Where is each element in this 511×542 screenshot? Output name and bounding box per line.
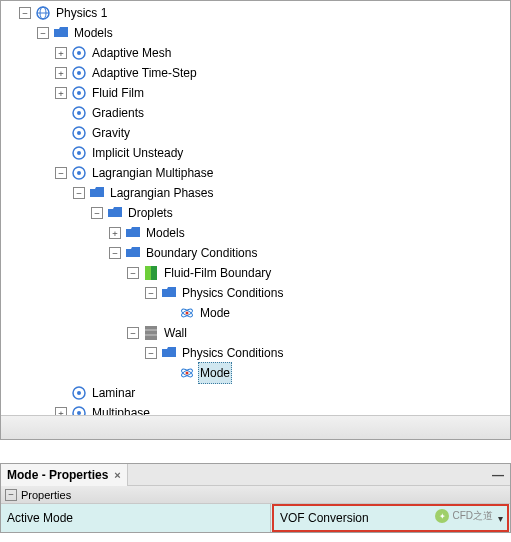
collapse-icon[interactable]: −: [109, 247, 121, 259]
node-label: Gradients: [90, 103, 146, 123]
tree-node-adaptive-timestep[interactable]: + Adaptive Time-Step: [1, 63, 510, 83]
svg-point-6: [77, 71, 81, 75]
collapse-icon[interactable]: −: [5, 489, 17, 501]
property-value-text: VOF Conversion: [280, 511, 369, 525]
tree-panel: − Physics 1 − Models + Adaptive: [0, 0, 511, 440]
svg-point-4: [77, 51, 81, 55]
folder-icon: [53, 25, 69, 41]
svg-point-29: [77, 391, 81, 395]
property-row-active-mode: Active Mode VOF Conversion ▾: [1, 504, 510, 532]
collapse-icon[interactable]: −: [145, 287, 157, 299]
property-key: Active Mode: [1, 504, 271, 532]
chevron-down-icon: ▾: [498, 513, 503, 524]
tree-node-implicit-unsteady[interactable]: · Implicit Unsteady: [1, 143, 510, 163]
svg-point-12: [77, 131, 81, 135]
tab-title: Mode - Properties: [7, 468, 108, 482]
target-icon: [71, 65, 87, 81]
tree-node-boundary-conditions[interactable]: − Boundary Conditions: [1, 243, 510, 263]
close-icon[interactable]: ×: [114, 469, 120, 481]
tree-node-mode-1[interactable]: · Mode: [1, 303, 510, 323]
node-label: Physics 1: [54, 3, 109, 23]
tree-node-wall[interactable]: − Wall: [1, 323, 510, 343]
target-icon: [71, 85, 87, 101]
section-label: Properties: [21, 489, 71, 501]
node-label: Models: [144, 223, 187, 243]
tree-node-droplets[interactable]: − Droplets: [1, 203, 510, 223]
minimize-icon[interactable]: —: [490, 468, 506, 482]
node-label: Fluid-Film Boundary: [162, 263, 273, 283]
collapse-icon[interactable]: −: [37, 27, 49, 39]
collapse-icon[interactable]: −: [55, 167, 67, 179]
node-label: Lagrangian Multiphase: [90, 163, 215, 183]
node-label: Wall: [162, 323, 189, 343]
expand-icon[interactable]: +: [55, 67, 67, 79]
expand-icon[interactable]: +: [109, 227, 121, 239]
node-label: Physics Conditions: [180, 343, 285, 363]
node-label: Lagrangian Phases: [108, 183, 215, 203]
node-label-selected: Mode: [198, 362, 232, 384]
node-label: Droplets: [126, 203, 175, 223]
svg-point-14: [77, 151, 81, 155]
tree-node-gradients[interactable]: · Gradients: [1, 103, 510, 123]
target-icon: [71, 45, 87, 61]
svg-rect-22: [145, 326, 157, 340]
atom-icon: [179, 305, 195, 321]
tree-node-physics-conditions-1[interactable]: − Physics Conditions: [1, 283, 510, 303]
tree-node-lagrangian-multiphase[interactable]: − Lagrangian Multiphase: [1, 163, 510, 183]
node-label: Multiphase: [90, 403, 152, 415]
collapse-icon[interactable]: −: [91, 207, 103, 219]
svg-point-10: [77, 111, 81, 115]
tree: − Physics 1 − Models + Adaptive: [1, 1, 510, 415]
folder-icon: [125, 225, 141, 241]
property-value-dropdown[interactable]: VOF Conversion ▾: [272, 504, 509, 532]
svg-rect-17: [145, 266, 151, 280]
expand-icon[interactable]: +: [55, 407, 67, 415]
collapse-icon[interactable]: −: [19, 7, 31, 19]
tree-node-fluid-film[interactable]: + Fluid Film: [1, 83, 510, 103]
tree-node-adaptive-mesh[interactable]: + Adaptive Mesh: [1, 43, 510, 63]
tree-node-droplets-models[interactable]: + Models: [1, 223, 510, 243]
tree-scroll[interactable]: − Physics 1 − Models + Adaptive: [1, 1, 510, 415]
tree-node-physics1[interactable]: − Physics 1: [1, 3, 510, 23]
collapse-icon[interactable]: −: [127, 327, 139, 339]
folder-icon: [107, 205, 123, 221]
folder-icon: [161, 285, 177, 301]
horizontal-scrollbar[interactable]: [1, 415, 510, 439]
tree-node-laminar[interactable]: · Laminar: [1, 383, 510, 403]
collapse-icon[interactable]: −: [127, 267, 139, 279]
panel-tabbar: Mode - Properties × —: [1, 464, 510, 486]
tree-node-lagrangian-phases[interactable]: − Lagrangian Phases: [1, 183, 510, 203]
collapse-icon[interactable]: −: [145, 347, 157, 359]
node-label: Gravity: [90, 123, 132, 143]
tree-node-physics-conditions-2[interactable]: − Physics Conditions: [1, 343, 510, 363]
collapse-icon[interactable]: −: [73, 187, 85, 199]
node-label: Mode: [198, 303, 232, 323]
svg-point-21: [186, 312, 189, 315]
svg-point-8: [77, 91, 81, 95]
atom-icon: [179, 365, 195, 381]
tree-node-models[interactable]: − Models: [1, 23, 510, 43]
folder-icon: [89, 185, 105, 201]
target-icon: [71, 165, 87, 181]
tree-node-mode-2[interactable]: · Mode: [1, 363, 510, 383]
tree-node-fluid-film-boundary[interactable]: − Fluid-Film Boundary: [1, 263, 510, 283]
target-icon: [71, 405, 87, 415]
expand-icon[interactable]: +: [55, 87, 67, 99]
folder-icon: [125, 245, 141, 261]
properties-section-header[interactable]: − Properties: [1, 486, 510, 504]
target-icon: [71, 125, 87, 141]
wall-icon: [143, 325, 159, 341]
tree-node-multiphase[interactable]: + Multiphase: [1, 403, 510, 415]
tree-node-gravity[interactable]: · Gravity: [1, 123, 510, 143]
target-icon: [71, 145, 87, 161]
target-icon: [71, 105, 87, 121]
node-label: Laminar: [90, 383, 137, 403]
globe-icon: [35, 5, 51, 21]
svg-point-27: [186, 372, 189, 375]
svg-rect-18: [151, 266, 157, 280]
properties-panel: Mode - Properties × — − Properties Activ…: [0, 463, 511, 533]
expand-icon[interactable]: +: [55, 47, 67, 59]
panel-tab-mode-properties[interactable]: Mode - Properties ×: [1, 464, 128, 486]
target-icon: [71, 385, 87, 401]
svg-point-16: [77, 171, 81, 175]
